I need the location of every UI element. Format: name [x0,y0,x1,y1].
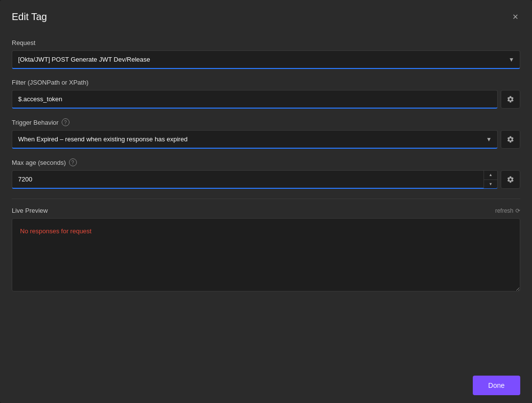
dialog-footer: Done [0,368,532,403]
max-age-help-icon[interactable]: ? [69,158,77,166]
refresh-label: refresh [495,207,513,214]
gear-icon [507,135,514,143]
live-preview-area: No responses for request [12,218,520,291]
max-age-input[interactable] [12,170,498,189]
spinner-up-button[interactable]: ▲ [484,171,497,180]
max-age-label: Max age (seconds) ? [12,158,520,166]
max-age-spinner-wrapper: ▲ ▼ [12,170,498,189]
dialog-title: Edit Tag [12,11,47,22]
spinner-down-button[interactable]: ▼ [484,180,497,189]
spinner-controls: ▲ ▼ [484,171,497,188]
live-preview-header: Live Preview refresh ⟳ [12,207,520,214]
trigger-behavior-input-row: When Expired – resend when existing resp… [12,130,520,149]
gear-icon [507,95,514,103]
filter-label: Filter (JSONPath or XPath) [12,79,520,86]
dialog-header: Edit Tag × [0,0,532,31]
refresh-icon: ⟳ [515,207,520,214]
request-label: Request [12,39,520,46]
trigger-behavior-gear-button[interactable] [501,130,520,149]
request-select-wrapper: [Okta/JWT] POST Generate JWT Dev/Release… [12,50,520,69]
filter-gear-button[interactable] [501,90,520,109]
section-divider [12,199,520,199]
gear-icon [507,176,514,183]
close-icon: × [512,12,518,22]
trigger-behavior-select-wrapper: When Expired – resend when existing resp… [12,130,498,149]
live-preview-label: Live Preview [12,207,48,214]
max-age-input-row: ▲ ▼ [12,170,520,189]
dialog-body: Request [Okta/JWT] POST Generate JWT Dev… [0,31,532,368]
trigger-behavior-select[interactable]: When Expired – resend when existing resp… [12,130,498,149]
preview-text: No responses for request [20,227,92,235]
done-button[interactable]: Done [473,376,520,395]
close-button[interactable]: × [510,10,520,23]
refresh-button[interactable]: refresh ⟳ [495,207,520,214]
request-select[interactable]: [Okta/JWT] POST Generate JWT Dev/Release [12,50,520,69]
filter-input-row [12,90,520,109]
trigger-behavior-field-group: Trigger Behavior ? When Expired – resend… [12,118,520,149]
max-age-gear-button[interactable] [501,170,520,189]
edit-tag-dialog: Edit Tag × Request [Okta/JWT] POST Gener… [0,0,532,403]
live-preview-group: Live Preview refresh ⟳ No responses for … [12,207,520,291]
filter-field-group: Filter (JSONPath or XPath) [12,79,520,109]
request-field-group: Request [Okta/JWT] POST Generate JWT Dev… [12,39,520,69]
request-input-row: [Okta/JWT] POST Generate JWT Dev/Release… [12,50,520,69]
filter-input[interactable] [12,90,498,109]
trigger-behavior-help-icon[interactable]: ? [62,118,69,126]
max-age-field-group: Max age (seconds) ? ▲ ▼ [12,158,520,189]
trigger-behavior-label: Trigger Behavior ? [12,118,520,126]
